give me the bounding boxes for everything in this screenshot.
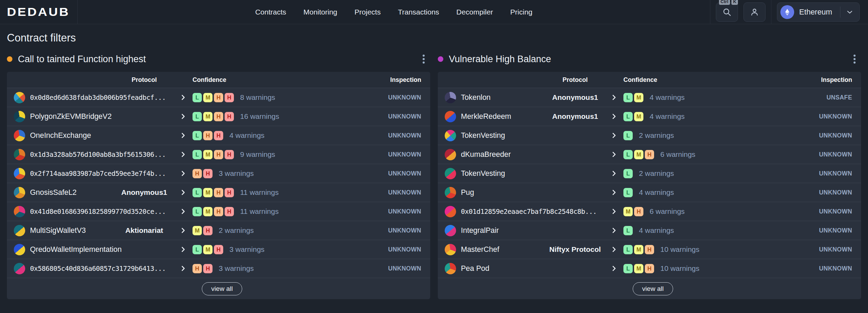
contract-name: 0x01d12859e2eaaec7baf7b8c2548c8b... bbox=[461, 208, 596, 216]
expand-chevron-icon[interactable] bbox=[181, 151, 185, 158]
contract-name: QredoWalletImplementation bbox=[30, 245, 122, 254]
inspection-status: UNKNOWN bbox=[803, 151, 861, 158]
contract-row[interactable]: 0x586805c40d836a60857c31729b6413...HH3 w… bbox=[7, 259, 430, 278]
confidence-cell: HH3 warnings bbox=[193, 169, 372, 178]
confidence-badge-l: L bbox=[193, 112, 202, 121]
warnings-count: 2 warnings bbox=[639, 131, 674, 140]
expand-chevron-icon[interactable] bbox=[612, 170, 616, 177]
expand-chevron-icon[interactable] bbox=[612, 113, 616, 120]
expand-chevron-icon[interactable] bbox=[181, 265, 185, 272]
contract-row[interactable]: IntegralPairL4 warningsUNKNOWN bbox=[438, 221, 861, 240]
nav-actions: Ctrl K Ethereum bbox=[710, 0, 860, 24]
contracts-table: Protocol Confidence Inspection 0x0d8ed6d… bbox=[7, 72, 430, 299]
nav-item-projects[interactable]: Projects bbox=[355, 8, 381, 16]
contract-name-cell: Tokenlon bbox=[445, 92, 545, 103]
panel-menu-button[interactable] bbox=[849, 52, 860, 66]
confidence-badge-hr: H bbox=[225, 93, 234, 102]
contract-row[interactable]: MultiSigWalletV3AktionariatMH2 warningsU… bbox=[7, 221, 430, 240]
contract-row[interactable]: OneInchExchangeLHH4 warningsUNKNOWN bbox=[7, 126, 430, 145]
contract-name-cell: TokenVesting bbox=[445, 168, 545, 179]
confidence-badge-l: L bbox=[193, 93, 202, 102]
contract-name: GnosisSafeL2 bbox=[30, 188, 77, 197]
filter-color-dot bbox=[7, 56, 12, 62]
search-button[interactable]: Ctrl K bbox=[716, 2, 738, 22]
expand-chevron-cell bbox=[174, 170, 193, 177]
warnings-count: 10 warnings bbox=[660, 264, 699, 273]
contract-row[interactable]: 0x01d12859e2eaaec7baf7b8c2548c8b...MH6 w… bbox=[438, 202, 861, 221]
view-all-button[interactable]: view all bbox=[202, 282, 242, 295]
expand-chevron-icon[interactable] bbox=[612, 132, 616, 139]
confidence-badge-ho: H bbox=[645, 264, 654, 273]
contract-row[interactable]: GnosisSafeL2Anonymous1LMHH11 warningsUNK… bbox=[7, 183, 430, 202]
confidence-badge-ho: H bbox=[645, 150, 654, 159]
expand-chevron-icon[interactable] bbox=[181, 246, 185, 253]
expand-chevron-icon[interactable] bbox=[612, 151, 616, 158]
contract-name: Pea Pod bbox=[461, 264, 489, 273]
expand-chevron-icon[interactable] bbox=[181, 113, 185, 120]
nav-item-monitoring[interactable]: Monitoring bbox=[304, 8, 337, 16]
column-protocol: Protocol bbox=[545, 76, 605, 84]
confidence-badge-m: M bbox=[203, 93, 213, 102]
contract-row[interactable]: MerkleRedeemAnonymous1LM4 warningsUNKNOW… bbox=[438, 107, 861, 126]
expand-chevron-icon[interactable] bbox=[612, 94, 616, 101]
warnings-count: 16 warnings bbox=[240, 112, 279, 121]
inspection-status: UNKNOWN bbox=[803, 265, 861, 272]
inspection-status: UNKNOWN bbox=[372, 151, 430, 158]
confidence-badge-m: M bbox=[634, 93, 643, 102]
contract-row[interactable]: dKumaBreederLMH6 warningsUNKNOWN bbox=[438, 145, 861, 164]
contract-row[interactable]: 0x0d8ed6d638fdab3db006b95feadbcf...LMHH8… bbox=[7, 88, 430, 107]
expand-chevron-icon[interactable] bbox=[612, 265, 616, 272]
expand-chevron-icon[interactable] bbox=[612, 246, 616, 253]
contract-row[interactable]: TokenVestingL2 warningsUNKNOWN bbox=[438, 126, 861, 145]
dedaub-logo[interactable]: DEDAUB bbox=[7, 5, 70, 19]
expand-chevron-icon[interactable] bbox=[181, 227, 185, 234]
contract-row[interactable]: 0x1d3a328ab576d100ab8a3bf5615306...LMHH9… bbox=[7, 145, 430, 164]
contract-row[interactable]: PolygonZkEVMBridgeV2LMHH16 warningsUNKNO… bbox=[7, 107, 430, 126]
expand-chevron-cell bbox=[605, 246, 623, 253]
nav-item-pricing[interactable]: Pricing bbox=[510, 8, 532, 16]
nav-item-transactions[interactable]: Transactions bbox=[398, 8, 439, 16]
contract-row[interactable]: TokenVestingL2 warningsUNKNOWN bbox=[438, 164, 861, 183]
expand-chevron-icon[interactable] bbox=[612, 227, 616, 234]
chevron-down-icon bbox=[846, 8, 854, 16]
contract-row[interactable]: QredoWalletImplementationLMH3 warningsUN… bbox=[7, 240, 430, 259]
confidence-badge-hr: H bbox=[203, 264, 213, 273]
nav-item-decompiler[interactable]: Decompiler bbox=[456, 8, 493, 16]
contract-avatar-icon bbox=[445, 168, 456, 179]
contract-row[interactable]: PugL4 warningsUNKNOWN bbox=[438, 183, 861, 202]
contract-name-cell: PolygonZkEVMBridgeV2 bbox=[14, 111, 115, 122]
contract-name-cell: 0x1d3a328ab576d100ab8a3bf5615306... bbox=[14, 149, 115, 160]
table-header-row: Protocol Confidence Inspection bbox=[438, 72, 861, 88]
confidence-cell: MH6 warnings bbox=[623, 207, 803, 216]
expand-chevron-icon[interactable] bbox=[181, 189, 185, 196]
expand-chevron-icon[interactable] bbox=[181, 208, 185, 215]
contract-row[interactable]: 0x2f714aaa983987ab7ced59ee3e7f4b...HH3 w… bbox=[7, 164, 430, 183]
main-content: Contract filters Call to tainted Functio… bbox=[0, 32, 868, 299]
expand-chevron-icon[interactable] bbox=[181, 94, 185, 101]
inspection-status: UNKNOWN bbox=[372, 189, 430, 196]
expand-chevron-icon[interactable] bbox=[181, 170, 185, 177]
inspection-status: UNKNOWN bbox=[803, 132, 861, 139]
account-button[interactable] bbox=[743, 2, 766, 22]
nav-item-contracts[interactable]: Contracts bbox=[255, 8, 286, 16]
contract-row[interactable]: 0x41d8e016863961825899770d3520ce...LMHH1… bbox=[7, 202, 430, 221]
contract-name: MerkleRedeem bbox=[461, 112, 511, 121]
contract-row[interactable]: TokenlonAnonymous1LM4 warningsUNSAFE bbox=[438, 88, 861, 107]
contract-name: OneInchExchange bbox=[30, 131, 91, 140]
view-all-button[interactable]: view all bbox=[633, 282, 673, 295]
inspection-status: UNKNOWN bbox=[803, 246, 861, 253]
panel-menu-button[interactable] bbox=[418, 52, 429, 66]
confidence-badge-hr: H bbox=[203, 226, 213, 235]
network-selector[interactable]: Ethereum bbox=[777, 2, 860, 22]
warnings-count: 4 warnings bbox=[650, 112, 685, 121]
expand-chevron-icon[interactable] bbox=[612, 189, 616, 196]
filter-title: Vulnerable High Balance bbox=[449, 54, 551, 65]
expand-chevron-icon[interactable] bbox=[181, 132, 185, 139]
confidence-badge-hr: H bbox=[203, 169, 213, 178]
warnings-count: 2 warnings bbox=[219, 226, 254, 235]
contract-row[interactable]: Pea PodLMH10 warningsUNKNOWN bbox=[438, 259, 861, 278]
contract-name-cell: 0x0d8ed6d638fdab3db006b95feadbcf... bbox=[14, 92, 115, 103]
expand-chevron-icon[interactable] bbox=[612, 208, 616, 215]
confidence-badge-hr: H bbox=[225, 188, 234, 197]
contract-row[interactable]: MasterChefNiftyx ProtocolLMH10 warningsU… bbox=[438, 240, 861, 259]
